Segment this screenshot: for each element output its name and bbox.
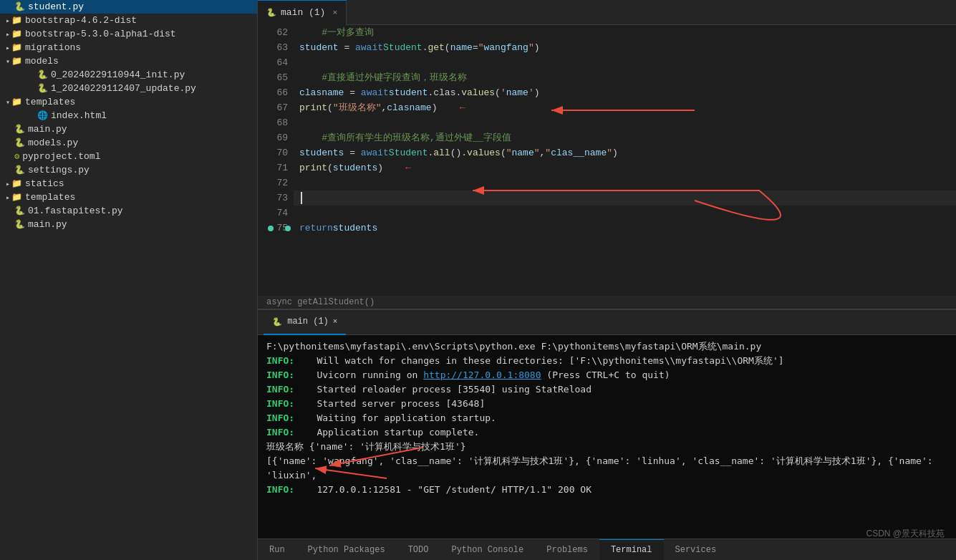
chevron-down-icon: ▾ xyxy=(6,98,10,107)
bottom-tab-services[interactable]: Services xyxy=(664,539,728,561)
editor-tab-main[interactable]: 🐍 main (1) × xyxy=(258,0,347,25)
watermark: CSDN @景天科技苑 xyxy=(866,528,945,540)
line-number: 75 xyxy=(266,221,288,236)
terminal-content[interactable]: F:\pythonitems\myfastapi\.env\Scripts\py… xyxy=(258,335,956,539)
chevron-right-icon: ▸ xyxy=(6,193,10,202)
uvicorn-link[interactable]: http://127.0.0.1:8080 xyxy=(423,370,541,380)
sidebar-item-main-py2[interactable]: 🐍main.py xyxy=(0,218,257,231)
line-number: 73 xyxy=(266,190,288,206)
sidebar-item-templates-top[interactable]: ▾📁templates xyxy=(0,95,257,109)
bottom-tab-problems[interactable]: Problems xyxy=(535,539,599,561)
sidebar-item-migrations[interactable]: ▸📁migrations xyxy=(0,41,257,54)
terminal-line: INFO: 127.0.0.1:12581 - "GET /student/ H… xyxy=(266,483,947,497)
line-number: 66 xyxy=(266,85,288,100)
python-file-icon: 🐍 xyxy=(14,137,25,148)
line-number: 74 xyxy=(266,206,288,221)
line-number: 62 xyxy=(266,25,288,40)
line-number: 69 xyxy=(266,130,288,145)
sidebar-item-label: main.py xyxy=(28,124,67,135)
bottom-tab-terminal[interactable]: Terminal xyxy=(599,539,664,561)
sidebar-item-templates-bottom[interactable]: ▸📁templates xyxy=(0,190,257,204)
sidebar-item-settings-py[interactable]: 🐍settings.py xyxy=(0,163,257,177)
folder-icon: 📁 xyxy=(11,178,22,189)
code-line: print("班级名称",clasname) ← xyxy=(294,100,956,115)
sidebar-item-models-py[interactable]: 🐍models.py xyxy=(0,136,257,150)
line-number: 71 xyxy=(266,160,288,175)
sidebar-item-label: bootstrap-5.3.0-alpha1-dist xyxy=(25,29,176,39)
terminal-tab-main[interactable]: 🐍 main (1) × xyxy=(264,310,346,335)
sidebar-item-label: main.py xyxy=(28,219,67,230)
bottom-tab-run[interactable]: Run xyxy=(258,539,296,561)
code-line xyxy=(294,190,956,206)
terminal-area: 🐍 main (1) × F:\pythonitems\myfastapi\.e… xyxy=(258,309,956,539)
folder-icon: 📁 xyxy=(11,42,22,53)
terminal-line: INFO: Started server process [43648] xyxy=(266,397,947,411)
code-line: student = await Student.get(name="wangfa… xyxy=(294,40,956,55)
sidebar-item-label: 1_20240229112407_update.py xyxy=(51,83,196,94)
sidebar-item-01-fastapitest-py[interactable]: 🐍01.fastapitest.py xyxy=(0,204,257,218)
terminal-line: F:\pythonitems\myfastapi\.env\Scripts\py… xyxy=(266,339,947,354)
line-number: 64 xyxy=(266,55,288,70)
code-line xyxy=(294,206,956,221)
python-file-icon: 🐍 xyxy=(14,219,25,230)
code-line: students = await Student.all().values("n… xyxy=(294,145,956,160)
line-number: 67 xyxy=(266,100,288,115)
sidebar-item-statics[interactable]: ▸📁statics xyxy=(0,177,257,190)
editor-area: 🐍 main (1) × 626364656667686970717273747… xyxy=(258,0,956,560)
bottom-tab-python-console[interactable]: Python Console xyxy=(440,539,535,561)
line-number: 65 xyxy=(266,70,288,85)
folder-icon: 📁 xyxy=(11,29,22,39)
python-file-icon: 🐍 xyxy=(37,69,48,80)
sidebar-item-index-html[interactable]: 🌐index.html xyxy=(0,109,257,122)
sidebar-item-label: templates xyxy=(25,192,75,203)
code-line: #直接通过外键字段查询，班级名称 xyxy=(294,70,956,85)
sidebar-item-label: migrations xyxy=(25,42,81,53)
editor-tab-label: main (1) xyxy=(281,7,325,18)
terminal-line: INFO: Will watch for changes in these di… xyxy=(266,354,947,368)
code-line xyxy=(294,55,956,70)
sidebar-item-pyproject-toml[interactable]: ⚙pyproject.toml xyxy=(0,150,257,163)
code-line: #查询所有学生的班级名称,通过外键__字段值 xyxy=(294,130,956,145)
code-line: #一对多查询 xyxy=(294,25,956,40)
terminal-line: 班级名称 {'name': '计算机科学与技术1班'} xyxy=(266,440,947,454)
sidebar-item-bootstrap-462[interactable]: ▸📁bootstrap-4.6.2-dist xyxy=(0,14,257,27)
sidebar-item-init-py[interactable]: 🐍0_20240229110944_init.py xyxy=(0,68,257,82)
folder-icon: 📁 xyxy=(11,56,22,67)
sidebar-item-label: bootstrap-4.6.2-dist xyxy=(25,15,137,26)
breadcrumb: async getAllStudent() xyxy=(258,296,956,309)
sidebar-item-models[interactable]: ▾📁models xyxy=(0,54,257,68)
line-number: 70 xyxy=(266,145,288,160)
folder-icon: 📁 xyxy=(11,192,22,203)
code-line xyxy=(294,175,956,190)
chevron-right-icon: ▸ xyxy=(6,30,10,39)
code-content[interactable]: #一对多查询 student = await Student.get(name=… xyxy=(294,25,956,296)
line-number: 72 xyxy=(266,175,288,190)
bookmark-icon xyxy=(268,226,274,231)
terminal-line: INFO: Started reloader process [35540] u… xyxy=(266,382,947,397)
code-line: return students xyxy=(294,221,956,236)
terminal-tabs: 🐍 main (1) × xyxy=(258,310,956,335)
sidebar-item-label: models.py xyxy=(28,137,78,148)
bottom-tab-todo[interactable]: TODO xyxy=(397,539,440,561)
editor-tab-close[interactable]: × xyxy=(332,9,337,17)
sidebar-item-main-py[interactable]: 🐍main.py xyxy=(0,122,257,136)
code-line: print(students) ← xyxy=(294,160,956,175)
bottom-tab-python-packages[interactable]: Python Packages xyxy=(296,539,397,561)
sidebar-item-update-py[interactable]: 🐍1_20240229112407_update.py xyxy=(0,82,257,95)
sidebar-item-student-py[interactable]: 🐍student.py xyxy=(0,0,257,14)
toml-file-icon: ⚙ xyxy=(14,151,19,162)
sidebar-item-label: settings.py xyxy=(28,165,90,175)
sidebar-item-bootstrap-530[interactable]: ▸📁bootstrap-5.3.0-alpha1-dist xyxy=(0,27,257,41)
html-file-icon: 🌐 xyxy=(37,110,48,121)
code-line xyxy=(294,115,956,130)
python-file-icon: 🐍 xyxy=(37,83,48,94)
code-line: clasname = await student.clas.values('na… xyxy=(294,85,956,100)
terminal-line: INFO: Uvicorn running on http://127.0.0.… xyxy=(266,368,947,382)
terminal-line: [{'name': 'wangfang', 'clas__name': '计算机… xyxy=(266,454,947,483)
python-file-icon: 🐍 xyxy=(14,206,25,216)
chevron-right-icon: ▸ xyxy=(6,180,10,188)
sidebar-item-label: pyproject.toml xyxy=(22,151,100,162)
bottom-panel-tabs: RunPython PackagesTODOPython ConsoleProb… xyxy=(258,539,956,560)
line-number: 68 xyxy=(266,115,288,130)
terminal-tab-close[interactable]: × xyxy=(333,317,338,326)
